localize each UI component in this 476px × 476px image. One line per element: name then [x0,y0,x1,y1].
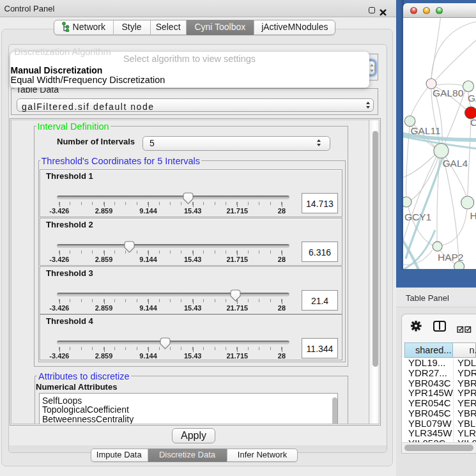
svg-text:GAL4: GAL4 [443,158,468,169]
svg-text:GAL11: GAL11 [411,125,441,136]
svg-text:GCY1: GCY1 [404,211,431,222]
svg-text:H: H [470,210,476,221]
svg-text:HAP2: HAP2 [438,252,464,263]
svg-text:GAL80: GAL80 [433,88,464,98]
svg-text:C: C [470,117,476,128]
svg-text:GA: GA [468,93,476,104]
